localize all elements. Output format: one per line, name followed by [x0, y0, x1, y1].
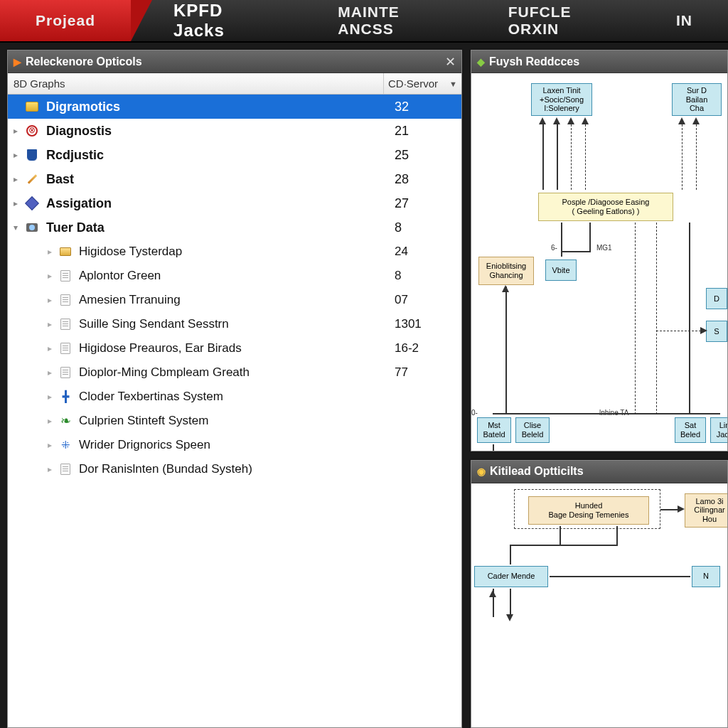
diagram-upper-title: Fuysh Reddcces	[489, 55, 579, 68]
row-label: Bast	[46, 172, 390, 187]
chevron-down-icon: ▼	[449, 80, 457, 88]
row-icon	[58, 461, 73, 477]
diagram-box[interactable]: N	[692, 566, 720, 587]
row-label: Diagnostis	[46, 124, 390, 139]
play-icon: ▶	[14, 56, 21, 68]
row-icon	[23, 171, 41, 187]
tree-row[interactable]: ▸╋Cloder Texbertinas System	[8, 385, 461, 409]
tab-in[interactable]: IN	[641, 0, 728, 41]
row-icon	[58, 292, 73, 308]
diagram-box[interactable]: CliseBeleld	[515, 417, 550, 443]
tree-view: Digramotics32▸Diagnostis21▸Rcdjustic25▸B…	[8, 95, 461, 727]
tree-scroll[interactable]: Digramotics32▸Diagnostis21▸Rcdjustic25▸B…	[8, 95, 461, 727]
tab-kpfd[interactable]: KPFD Jacks	[131, 0, 302, 41]
tab-projead[interactable]: Projead	[0, 0, 131, 41]
diagram-box[interactable]: Cader Mende	[474, 566, 548, 587]
row-icon	[23, 123, 41, 139]
row-count: 77	[390, 365, 461, 380]
diagram-box[interactable]: D	[706, 288, 727, 309]
tab-fufcle[interactable]: FUFCLE ORXIN	[473, 0, 641, 41]
tree-row[interactable]: ▸⁜Wrider Drignorics Speen	[8, 433, 461, 457]
tab-maintenance[interactable]: MAINTE ANCSS	[302, 0, 472, 41]
expand-arrow-icon[interactable]: ▸	[48, 464, 58, 474]
tree-row[interactable]: ▸Higidose Preauros, Ear Birads16-2	[8, 336, 461, 360]
row-label: Dor Ranislnten (Bundad Systeh)	[79, 462, 390, 476]
row-count: 28	[390, 172, 461, 187]
tree-row[interactable]: ▸❧Culprien Stinteft System	[8, 409, 461, 433]
expand-arrow-icon[interactable]: ▸	[48, 271, 58, 281]
expand-arrow-icon[interactable]: ▸	[48, 440, 58, 450]
diagram-panel-upper: ◆ Fuysh Reddcces Laxen Tinit+Socic/SongI…	[471, 50, 728, 451]
tree-row[interactable]: Digramotics32	[8, 95, 461, 119]
diagram-panel-lower: ◉ Kitilead Optticilts HundedBage Desing …	[471, 460, 728, 728]
row-label: Dioplor-Ming Cbmpleam Greath	[79, 365, 390, 380]
row-count: 27	[390, 196, 461, 211]
row-icon: ╋	[58, 389, 73, 405]
diagram-label: 6-	[551, 244, 557, 252]
right-column: ◆ Fuysh Reddcces Laxen Tinit+Socic/SongI…	[471, 50, 728, 728]
expand-arrow-icon[interactable]: ▸	[48, 343, 58, 353]
expand-arrow-icon[interactable]: ▸	[48, 247, 58, 257]
tree-row[interactable]: ▸Rcdjustic25	[8, 143, 461, 167]
close-icon[interactable]: ✕	[445, 54, 456, 70]
row-label: Assigation	[46, 196, 390, 211]
tree-row[interactable]: ▸Higidose Tysterdap24	[8, 240, 461, 264]
row-label: Higidose Tysterdap	[79, 245, 390, 259]
diagram-box[interactable]: Laxen Tinit+Socic/SongI:Solenery	[531, 83, 592, 116]
row-icon: ❧	[58, 413, 73, 429]
expand-arrow-icon[interactable]: ▸	[48, 295, 58, 305]
diagram-lower-body[interactable]: HundedBage Desing Temenies Lamo 3iCiling…	[471, 483, 727, 727]
tree-row[interactable]: ▸Dioplor-Ming Cbmpleam Greath77	[8, 360, 461, 385]
expand-arrow-icon[interactable]: ▸	[14, 126, 23, 136]
expand-arrow-icon[interactable]: ▸	[14, 150, 23, 160]
expand-arrow-icon[interactable]: ▸	[14, 174, 23, 184]
row-count: 8	[390, 269, 461, 283]
expand-arrow-icon[interactable]: ▸	[48, 368, 58, 378]
row-label: Higidose Preauros, Ear Birads	[79, 341, 390, 355]
tree-row[interactable]: ▸Suille Sing Sendant Sesstrn1301	[8, 312, 461, 336]
diagram-box[interactable]: S	[706, 321, 727, 342]
tree-row[interactable]: ▸Aplontor Green8	[8, 264, 461, 288]
diagram-box[interactable]: MstBateld	[477, 417, 511, 443]
tree-row[interactable]: ▸Diagnostis21	[8, 119, 461, 143]
row-label: Wrider Drignorics Speen	[79, 438, 390, 452]
diagram-upper-body[interactable]: Laxen Tinit+Socic/SongI:Solenery Sur DBa…	[471, 73, 727, 451]
diagram-box[interactable]: SatBeled	[675, 417, 706, 443]
diagram-group	[514, 489, 660, 529]
col-server-dropdown[interactable]: CD·Servor ▼	[383, 73, 461, 94]
tree-row[interactable]: ▸Assigation27	[8, 191, 461, 215]
diagram-box[interactable]: Lamo 3iCilingnarHou	[685, 493, 727, 528]
expand-arrow-icon[interactable]: ▸	[48, 319, 58, 329]
row-icon: ⁜	[58, 437, 73, 453]
diagram-box[interactable]: Posple /Diagoose Easing( Geeling Eatlons…	[538, 193, 673, 221]
row-label: Culprien Stinteft System	[79, 414, 390, 428]
expand-arrow-icon[interactable]: ▸	[14, 198, 23, 208]
row-icon	[58, 365, 73, 380]
row-count: 07	[390, 293, 461, 307]
expand-arrow-icon[interactable]: ▸	[48, 416, 58, 426]
row-icon	[23, 147, 41, 163]
row-label: Tuer Data	[46, 220, 390, 235]
col-graphs[interactable]: 8D Graphs	[8, 77, 383, 90]
row-count: 25	[390, 148, 461, 163]
expand-arrow-icon[interactable]: ▾	[14, 223, 23, 232]
tree-row[interactable]: ▸Amesien Trranuing07	[8, 288, 461, 312]
diagram-lower-title: Kitilead Optticilts	[490, 465, 584, 478]
row-icon	[23, 99, 41, 114]
diagram-box[interactable]: Sur DBailanCha	[672, 83, 722, 116]
diagram-label: 0-	[471, 409, 478, 417]
row-icon	[23, 220, 41, 235]
tree-row[interactable]: ▸Dor Ranislnten (Bundad Systeh)	[8, 457, 461, 481]
top-navigation: Projead KPFD Jacks MAINTE ANCSS FUFCLE O…	[0, 0, 728, 43]
diagram-box[interactable]: EnioblitsingGhancing	[478, 257, 534, 285]
row-icon	[58, 341, 73, 356]
left-panel: ▶ Releckenore Opticols ✕ 8D Graphs CD·Se…	[7, 50, 462, 728]
row-count: 24	[390, 245, 461, 259]
diagram-box[interactable]: Vbite	[545, 259, 577, 281]
row-label: Cloder Texbertinas System	[79, 390, 390, 404]
diagram-box[interactable]: LinJacv	[710, 417, 727, 443]
tree-row[interactable]: ▾Tuer Data8	[8, 215, 461, 240]
tree-row[interactable]: ▸Bast28	[8, 167, 461, 191]
expand-arrow-icon[interactable]: ▸	[48, 392, 58, 402]
row-count: 16-2	[390, 341, 461, 355]
